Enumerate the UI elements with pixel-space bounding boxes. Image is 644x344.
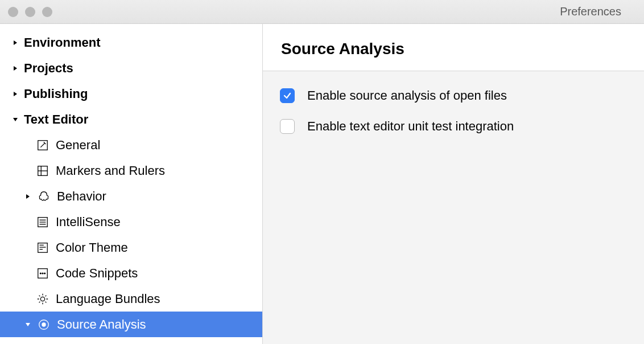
sidebar-item-label: IntelliSense — [56, 215, 121, 230]
caret-right-icon — [10, 65, 20, 71]
snippet-icon — [35, 266, 50, 281]
main-header: Source Analysis — [263, 24, 644, 71]
svg-point-16 — [40, 297, 44, 301]
content: Environment Projects Publishing Text Edi… — [0, 24, 644, 344]
svg-rect-8 — [38, 243, 48, 252]
sidebar-item-intellisense[interactable]: IntelliSense — [0, 209, 262, 235]
sidebar-item-general[interactable]: General — [0, 132, 262, 158]
brain-icon — [36, 189, 51, 204]
sidebar-item-markers-rulers[interactable]: Markers and Rulers — [0, 158, 262, 183]
main-body: Enable source analysis of open files Ena… — [263, 71, 644, 167]
sidebar-item-color-theme[interactable]: Color Theme — [0, 235, 262, 260]
sidebar-item-label: Markers and Rulers — [56, 163, 165, 178]
svg-point-13 — [40, 273, 41, 274]
svg-point-18 — [42, 322, 46, 326]
page-title: Source Analysis — [281, 40, 626, 58]
option-label: Enable source analysis of open files — [307, 88, 507, 103]
sidebar-item-language-bundles[interactable]: Language Bundles — [0, 286, 262, 312]
gear-icon — [35, 292, 50, 306]
option-enable-unit-test-integration: Enable text editor unit test integration — [280, 119, 627, 134]
ruler-icon — [35, 163, 50, 178]
caret-right-icon — [23, 194, 33, 199]
check-icon — [283, 91, 292, 100]
titlebar: Preferences — [0, 0, 644, 24]
checkbox-enable-source-analysis[interactable] — [280, 88, 295, 103]
main-panel: Source Analysis Enable source analysis o… — [263, 24, 644, 344]
sidebar-item-label: General — [56, 138, 100, 153]
sidebar-item-label: Text Editor — [24, 112, 88, 127]
sidebar-item-source-analysis[interactable]: Source Analysis — [0, 312, 262, 337]
option-enable-source-analysis: Enable source analysis of open files — [280, 88, 627, 103]
sidebar-item-environment[interactable]: Environment — [0, 30, 262, 55]
svg-point-15 — [44, 273, 46, 274]
sidebar-item-label: Code Snippets — [56, 266, 138, 281]
sidebar-item-label: Environment — [24, 35, 100, 50]
sidebar-item-label: Color Theme — [56, 240, 128, 255]
sidebar-item-label: Behavior — [57, 189, 106, 204]
sidebar-item-text-editor[interactable]: Text Editor — [0, 107, 262, 132]
sidebar: Environment Projects Publishing Text Edi… — [0, 24, 263, 344]
caret-down-icon — [10, 117, 20, 122]
pencil-icon — [35, 138, 50, 153]
checkbox-enable-unit-test-integration[interactable] — [280, 119, 295, 134]
caret-down-icon — [23, 322, 33, 327]
sidebar-item-code-snippets[interactable]: Code Snippets — [0, 260, 262, 286]
close-window-button[interactable] — [8, 7, 18, 17]
sidebar-item-label: Projects — [24, 61, 73, 76]
list-icon — [35, 215, 50, 230]
sidebar-item-behavior[interactable]: Behavior — [0, 183, 262, 209]
target-icon — [36, 317, 51, 332]
sidebar-item-projects[interactable]: Projects — [0, 55, 262, 81]
theme-icon — [35, 240, 50, 255]
window-title: Preferences — [560, 5, 621, 18]
caret-right-icon — [10, 91, 20, 97]
svg-point-14 — [42, 273, 43, 274]
sidebar-item-label: Language Bundles — [56, 292, 160, 306]
option-label: Enable text editor unit test integration — [307, 119, 514, 134]
minimize-window-button[interactable] — [25, 7, 35, 17]
sidebar-item-publishing[interactable]: Publishing — [0, 81, 262, 107]
window-controls — [8, 7, 52, 17]
caret-right-icon — [10, 40, 20, 46]
sidebar-item-label: Publishing — [24, 87, 88, 101]
zoom-window-button[interactable] — [42, 7, 52, 17]
sidebar-item-label: Source Analysis — [57, 317, 146, 332]
